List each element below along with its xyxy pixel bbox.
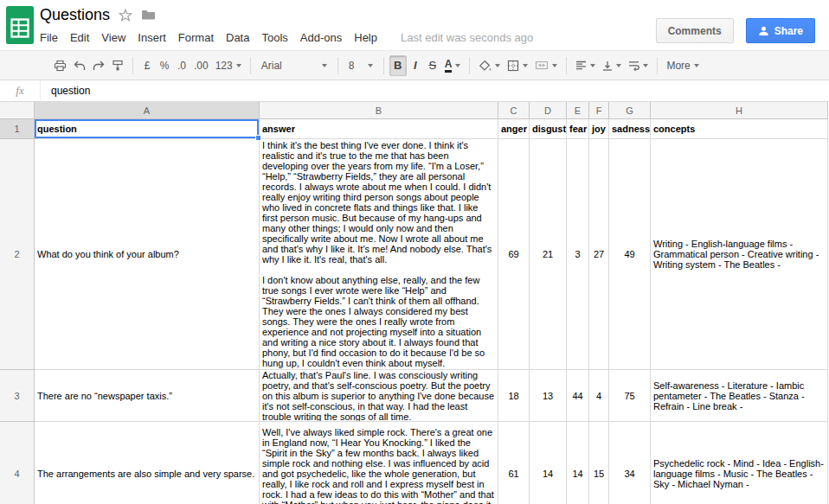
italic-button[interactable]: I xyxy=(407,55,424,76)
row-header-1[interactable]: 1 xyxy=(0,119,35,139)
cell-E4[interactable]: 14 xyxy=(567,422,589,504)
cell-E3[interactable]: 44 xyxy=(567,370,589,422)
font-family-dropdown[interactable]: Arial xyxy=(256,55,332,76)
number-format-dropdown[interactable]: 123 xyxy=(212,55,245,76)
menu-edit[interactable]: Edit xyxy=(64,29,95,47)
chevron-down-icon xyxy=(590,64,595,67)
sheets-logo-icon xyxy=(6,6,34,44)
share-button[interactable]: Share xyxy=(746,18,815,43)
fill-color-button[interactable] xyxy=(475,55,504,76)
cell-H2[interactable]: Writing - English-language films - Gramm… xyxy=(651,139,828,370)
row-header-2[interactable]: 2 xyxy=(0,139,35,370)
cell-B1[interactable]: answer xyxy=(260,119,498,139)
cell-C1[interactable]: anger xyxy=(498,119,530,139)
chevron-down-icon xyxy=(643,64,648,67)
share-person-icon xyxy=(758,26,769,36)
cell-A4[interactable]: The arrangements are also simple and ver… xyxy=(35,422,260,504)
menu-view[interactable]: View xyxy=(95,29,132,47)
redo-icon xyxy=(93,61,105,71)
cell-A1[interactable]: question xyxy=(35,119,260,139)
formula-input[interactable]: question xyxy=(40,80,829,101)
toolbar-separator xyxy=(132,57,133,74)
more-button[interactable]: More xyxy=(663,55,702,76)
menu-insert[interactable]: Insert xyxy=(132,29,172,47)
bold-button[interactable]: B xyxy=(389,55,407,76)
paint-bucket-icon xyxy=(479,60,492,72)
chevron-down-icon xyxy=(523,64,528,67)
decrease-decimal-button[interactable]: .0 xyxy=(173,55,190,76)
cell-H4[interactable]: Psychedelic rock - Mind - Idea - English… xyxy=(651,422,828,504)
cell-D3[interactable]: 13 xyxy=(530,370,567,422)
font-size-dropdown[interactable]: 8 xyxy=(344,55,378,76)
cell-F2[interactable]: 27 xyxy=(589,139,609,370)
move-to-folder-icon[interactable] xyxy=(141,10,156,20)
column-header-E[interactable]: E xyxy=(567,102,589,119)
increase-decimal-button[interactable]: .00 xyxy=(190,55,212,76)
column-header-C[interactable]: C xyxy=(498,102,530,119)
cell-D2[interactable]: 21 xyxy=(530,139,567,370)
title-bar: Questions File Edit View Insert Format D… xyxy=(0,0,829,50)
document-title[interactable]: Questions xyxy=(40,6,110,24)
row-header-4[interactable]: 4 xyxy=(0,422,35,504)
merge-cells-button[interactable] xyxy=(531,55,561,76)
borders-button[interactable] xyxy=(504,55,531,76)
cell-D4[interactable]: 14 xyxy=(530,422,567,504)
cell-B4[interactable]: Well, I've always liked simple rock. The… xyxy=(260,422,498,504)
horizontal-align-button[interactable] xyxy=(572,55,599,76)
vertical-align-button[interactable] xyxy=(599,55,625,76)
cell-E1[interactable]: fear xyxy=(567,119,589,139)
text-wrap-button[interactable] xyxy=(625,55,652,76)
redo-button[interactable] xyxy=(89,55,108,76)
column-header-H[interactable]: H xyxy=(651,102,828,119)
cell-E2[interactable]: 3 xyxy=(567,139,589,370)
select-all-corner[interactable] xyxy=(0,102,35,119)
menu-tools[interactable]: Tools xyxy=(255,29,293,47)
menu-format[interactable]: Format xyxy=(172,29,220,47)
cell-C3[interactable]: 18 xyxy=(498,370,530,422)
cell-G1[interactable]: sadness xyxy=(609,119,651,139)
text-color-button[interactable]: A xyxy=(441,55,465,76)
column-header-D[interactable]: D xyxy=(530,102,567,119)
column-header-B[interactable]: B xyxy=(260,102,498,119)
column-header-A[interactable]: A xyxy=(35,102,260,119)
chevron-down-icon xyxy=(322,64,327,67)
cell-F4[interactable]: 15 xyxy=(589,422,609,504)
menu-addons[interactable]: Add-ons xyxy=(294,29,348,47)
align-left-icon xyxy=(575,61,587,70)
star-icon[interactable] xyxy=(119,9,132,22)
chevron-down-icon xyxy=(236,64,241,67)
last-edit-status[interactable]: Last edit was seconds ago xyxy=(401,31,533,44)
print-button[interactable] xyxy=(50,55,70,76)
menu-help[interactable]: Help xyxy=(348,29,383,47)
italic-label: I xyxy=(414,59,417,72)
cell-A3[interactable]: There are no “newspaper taxis.” xyxy=(35,370,260,422)
cell-F3[interactable]: 4 xyxy=(589,370,609,422)
cell-B2[interactable]: I think it's the best thing I've ever do… xyxy=(260,139,498,370)
text-wrap-icon xyxy=(628,61,639,71)
column-header-G[interactable]: G xyxy=(609,102,651,119)
number-format-label: 123 xyxy=(215,60,233,72)
cell-B3[interactable]: Actually, that's Paul's line. I was cons… xyxy=(260,370,498,422)
cell-F1[interactable]: joy xyxy=(589,119,609,139)
cell-G2[interactable]: 49 xyxy=(609,139,651,370)
cell-C2[interactable]: 69 xyxy=(498,139,530,370)
cell-G4[interactable]: 34 xyxy=(609,422,651,504)
column-header-F[interactable]: F xyxy=(589,102,609,119)
cell-G3[interactable]: 75 xyxy=(609,370,651,422)
percent-format-button[interactable]: % xyxy=(156,55,173,76)
currency-format-button[interactable]: £ xyxy=(138,55,156,76)
cell-H3[interactable]: Self-awareness - Literature - Iambic pen… xyxy=(651,370,828,422)
row-header-3[interactable]: 3 xyxy=(0,370,35,422)
cell-D1[interactable]: disgust xyxy=(530,119,567,139)
cell-C4[interactable]: 61 xyxy=(498,422,530,504)
strikethrough-button[interactable]: S xyxy=(424,55,441,76)
paint-format-button[interactable] xyxy=(108,55,127,76)
cell-A2[interactable]: What do you think of your album? xyxy=(35,139,260,370)
menu-data[interactable]: Data xyxy=(220,29,255,47)
comments-button[interactable]: Comments xyxy=(656,18,734,43)
cell-H1[interactable]: concepts xyxy=(651,119,828,139)
share-button-label: Share xyxy=(774,25,803,37)
menu-bar: File Edit View Insert Format Data Tools … xyxy=(34,26,656,48)
menu-file[interactable]: File xyxy=(34,29,64,47)
undo-button[interactable] xyxy=(70,55,89,76)
